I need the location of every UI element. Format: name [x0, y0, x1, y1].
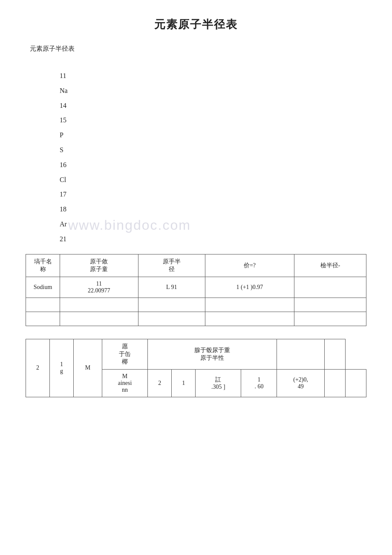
element-list: 11Na1415PS16Cl1718Ar21 — [60, 70, 366, 246]
element-item: S — [60, 144, 366, 156]
page-title: 元素原子半径表 — [26, 17, 366, 32]
element-item: 17 — [60, 188, 366, 201]
table2-cell-305: 訌.305 ] — [196, 369, 241, 397]
table1-cell-valence: 1 (+1 )0.97 — [205, 277, 294, 298]
table2-cell-1: 1 — [172, 369, 196, 397]
table-row: Sodium 1122.00977 L 91 1 (+1 )0.97 — [26, 277, 366, 298]
table1-cell-check — [294, 277, 366, 298]
table2-cell-49: (+2)0,49 — [277, 369, 324, 397]
table1-header-col4: 价=? — [205, 254, 294, 277]
table1-empty5 — [294, 298, 366, 312]
table2-row1: 2 1g M 愿于缶椰 腺于毂尿于重原于半性 — [26, 339, 366, 369]
table1-header-col2: 原干敛原子童 — [60, 254, 138, 277]
element-item: Ar — [60, 218, 366, 231]
table2-col-empty1 — [277, 339, 324, 369]
element-item: P — [60, 129, 366, 142]
table2-cell-e1 — [324, 369, 345, 397]
element-item: 14 — [60, 100, 366, 112]
element-item: Na — [60, 85, 366, 97]
table2-cell-name: Mainesinn — [102, 369, 147, 397]
table2-col-empty2 — [324, 339, 345, 369]
table1-cell-radius: L 91 — [138, 277, 205, 298]
table1: 塙千名称 原干敛原子童 原手半径 价=? 檢半径- Sodium 1122.00… — [26, 254, 366, 326]
table1-empty8 — [138, 312, 205, 326]
table-row — [26, 312, 366, 326]
table1-empty4 — [205, 298, 294, 312]
table-row — [26, 298, 366, 312]
table1-empty10 — [294, 312, 366, 326]
table2-section: 2 1g M 愿于缶椰 腺于毂尿于重原于半性 Mainesinn 2 1 訌.3… — [26, 339, 366, 397]
table1-empty7 — [60, 312, 138, 326]
table1-header-row: 塙千名称 原干敛原子童 原手半径 价=? 檢半径- — [26, 254, 366, 277]
element-item: Cl — [60, 174, 366, 186]
element-item: 15 — [60, 114, 366, 127]
table1-cell-name: Sodium — [26, 277, 60, 298]
table2-col-properties: 腺于毂尿于重原于半性 — [148, 339, 277, 369]
table2-cell-2: 2 — [148, 369, 172, 397]
element-item: 21 — [60, 233, 366, 246]
table2-col-yuan: 愿于缶椰 — [102, 339, 147, 369]
table1-empty2 — [60, 298, 138, 312]
table2-col-g: 1g — [49, 339, 73, 397]
table1-empty1 — [26, 298, 60, 312]
table2-cell-60: 1. 60 — [241, 369, 277, 397]
table1-header-col1: 塙千名称 — [26, 254, 60, 277]
table1-empty3 — [138, 298, 205, 312]
table2-col-num: 2 — [26, 339, 50, 397]
table1-empty6 — [26, 312, 60, 326]
table1-empty9 — [205, 312, 294, 326]
element-item: 16 — [60, 159, 366, 171]
table2-cell-e2 — [345, 369, 366, 397]
table2-col-m: M — [73, 339, 102, 397]
table1-section: 塙千名称 原干敛原子童 原手半径 价=? 檢半径- Sodium 1122.00… — [26, 254, 366, 326]
table1-header-col5: 檢半径- — [294, 254, 366, 277]
element-item: 11 — [60, 70, 366, 82]
element-item: 18 — [60, 203, 366, 216]
table1-cell-atomic: 1122.00977 — [60, 277, 138, 298]
subtitle: 元素原子半径表 — [30, 45, 366, 53]
table2: 2 1g M 愿于缶椰 腺于毂尿于重原于半性 Mainesinn 2 1 訌.3… — [26, 339, 366, 397]
table1-header-col3: 原手半径 — [138, 254, 205, 277]
